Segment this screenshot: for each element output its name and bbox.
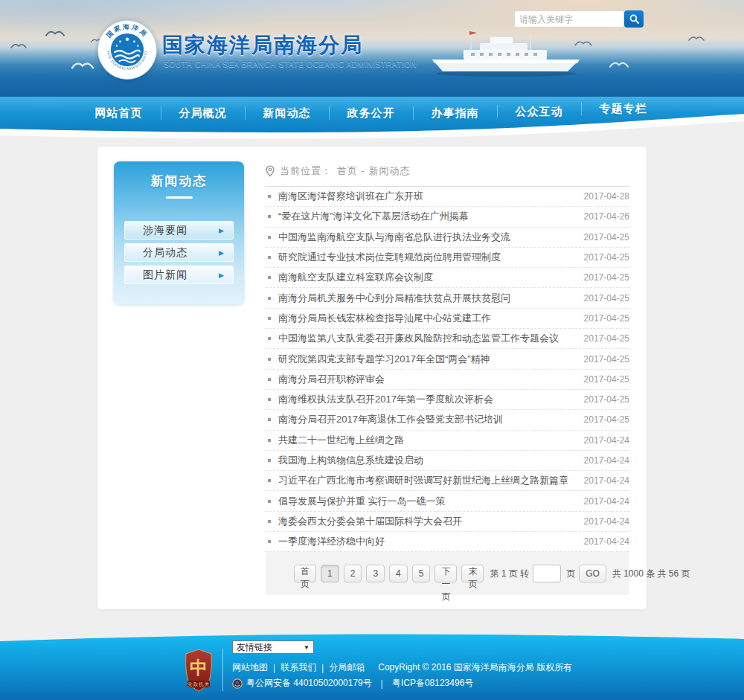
bullet-icon [268,195,271,198]
news-title-link[interactable]: 研究院第四党支部专题学习2017年全国“两会”精神 [278,353,584,366]
bullet-icon [268,439,271,442]
bullet-icon [268,500,271,503]
pagination-page-2[interactable]: 2 [344,565,362,582]
news-row: 研究院第四党支部专题学习2017年全国“两会”精神2017-04-25 [266,349,629,369]
news-title-link[interactable]: 习近平在广西北海市考察调研时强调写好新世纪海上丝绸之路新篇章 [278,474,584,487]
sidebar-item-2[interactable]: 分局动态▶ [124,243,234,262]
news-date: 2017-04-26 [584,211,629,222]
pagination-first-button[interactable]: 首页 [294,565,316,582]
news-title-link[interactable]: 研究院通过专业技术岗位竞聘规范岗位聘用管理制度 [278,251,584,264]
breadcrumb: 当前位置： 首页 - 新闻动态 [266,164,411,178]
search-button[interactable] [624,10,644,28]
news-date: 2017-04-25 [584,374,629,385]
sidebar-item-label: 涉海要闻 [143,224,219,237]
site-title: 国家海洋局南海分局 [162,31,363,60]
news-title-link[interactable]: 南海区海洋督察培训班在广东开班 [278,190,584,203]
party-badge-label: 党政机关 [187,681,210,687]
bullet-icon [268,337,271,340]
security-record-link[interactable]: 粤公网安备 44010502000179号 [246,677,372,690]
separator: | [381,678,383,689]
news-row: 南海分局机关服务中心到分局精准扶贫点开展扶贫慰问2017-04-25 [266,288,629,308]
sidebar-item-1[interactable]: 涉海要闻▶ [124,221,234,240]
news-title-link[interactable]: 南海分局召开2017年离退休工作会暨党支部书记培训 [278,413,584,426]
news-title-link[interactable]: 海委会西太分委会第十届国际科学大会召开 [278,515,584,528]
news-title-link[interactable]: 一季度海洋经济稳中向好 [278,535,584,548]
nav-item-5[interactable]: 办事指南 [413,97,497,129]
seagull-icon [10,42,27,49]
bullet-icon [268,459,271,462]
separator: | [321,663,324,673]
news-row: 南海维权执法支队召开2017年第一季度航次评析会2017-04-25 [266,390,629,410]
pagination-page-unit: 页 [566,568,575,580]
news-row: 南海区海洋督察培训班在广东开班2017-04-28 [266,187,629,207]
breadcrumb-label: 当前位置： [280,164,332,178]
nav-item-1[interactable]: 网站首页 [77,97,161,129]
seagull-icon [71,60,94,70]
news-title-link[interactable]: 南海分局召开职称评审会 [278,373,584,386]
news-title-link[interactable]: 中国海监南海航空支队与海南省总队进行执法业务交流 [278,231,584,244]
pagination-page-3[interactable]: 3 [366,565,385,582]
sidebar-title: 新闻动态 [114,161,244,190]
sidebar-item-3[interactable]: 图片新闻▶ [124,266,234,284]
pagination-page-1[interactable]: 1 [321,565,339,582]
footer-divider [222,649,223,691]
bullet-icon [268,297,271,300]
footer-links: 网站地图|联系我们|分局邮箱 CopyRight © 2016 国家海洋局南海分… [232,661,572,674]
news-title-link[interactable]: 中国海监第八支队党委召开廉政风险防控和动态监管工作专题会议 [278,332,584,345]
bullet-icon [268,418,271,421]
nav-item-4[interactable]: 政务公开 [329,97,413,129]
bullet-icon [268,317,271,320]
news-row: 南海航空支队建立科室联席会议制度2017-04-25 [266,268,629,288]
search-icon [629,14,639,24]
news-row: 中国海监第八支队党委召开廉政风险防控和动态监管工作专题会议2017-04-25 [266,329,629,349]
pagination-last-button[interactable]: 末页 [461,565,484,582]
pagination-page-4[interactable]: 4 [389,565,408,582]
news-title-link[interactable]: “爱在这片海”海洋文化下基层活动在广州揭幕 [278,210,584,223]
news-date: 2017-04-25 [584,414,629,425]
news-row: 一季度海洋经济稳中向好2017-04-24 [266,532,629,552]
friend-links-select[interactable]: 友情链接 ▼ [232,640,314,654]
main-nav: 网站首页分局概况新闻动态政务公开办事指南公众互动专题专栏 [0,97,744,140]
news-row: 我国海上构筑物信息系统建设启动2017-04-24 [266,451,629,471]
news-title-link[interactable]: 南海航空支队建立科室联席会议制度 [278,271,584,284]
pagination-jump-label: 第 1 页 转 [490,568,529,580]
bullet-icon [268,520,271,523]
sidebar-item-label: 图片新闻 [143,269,219,282]
nav-item-6[interactable]: 公众互动 [497,95,581,128]
pagination-next-button[interactable]: 下一页 [434,565,457,582]
news-title-link[interactable]: 南海维权执法支队召开2017年第一季度航次评析会 [278,393,584,406]
police-badge-icon [232,678,243,689]
footer-link-2[interactable]: 联系我们 [280,661,316,674]
nav-item-7[interactable]: 专题专栏 [581,92,665,125]
search-input[interactable] [515,11,623,27]
news-title-link[interactable]: 我国海上构筑物信息系统建设启动 [278,454,584,467]
nav-item-3[interactable]: 新闻动态 [245,97,329,129]
news-title-link[interactable]: 倡导发展与保护并重 实行一岛一礁一策 [278,495,584,508]
pagination-go-button[interactable]: GO [579,565,606,582]
bullet-icon [268,358,271,361]
seagull-icon [688,34,705,42]
nav-item-2[interactable]: 分局概况 [161,97,245,129]
pagination-page-5[interactable]: 5 [412,565,431,582]
bullet-icon [268,276,271,279]
news-date: 2017-04-24 [584,475,629,486]
party-badge-icon: 中 党政机关 [183,648,214,693]
location-pin-icon [266,165,275,177]
news-title-link[interactable]: 共建二十一世纪海上丝绸之路 [278,434,584,447]
pagination-jump-input[interactable] [533,565,561,582]
icp-record-link[interactable]: 粤ICP备08123496号 [392,677,473,690]
site-subtitle: SOUTH CHINA SEA BRANCH STATE OCEANIC ADM… [164,60,417,68]
news-date: 2017-04-25 [584,354,629,365]
footer-link-1[interactable]: 网站地图 [232,661,268,674]
news-date: 2017-04-24 [584,496,629,507]
pagination: 首页 12345 下一页 末页 第 1 页 转 页 GO 共 1000 条 共 … [266,552,629,595]
arrow-right-icon: ▶ [219,227,224,234]
breadcrumb-path[interactable]: 首页 - 新闻动态 [337,164,411,178]
footer-link-3[interactable]: 分局邮箱 [329,661,365,674]
bullet-icon [268,540,271,543]
news-title-link[interactable]: 南海分局机关服务中心到分局精准扶贫点开展扶贫慰问 [278,292,584,305]
separator: | [273,663,275,673]
news-date: 2017-04-24 [584,435,629,446]
friend-links-label: 友情链接 [237,641,304,654]
news-title-link[interactable]: 南海分局局长钱宏林检查指导汕尾中心站党建工作 [278,312,584,325]
